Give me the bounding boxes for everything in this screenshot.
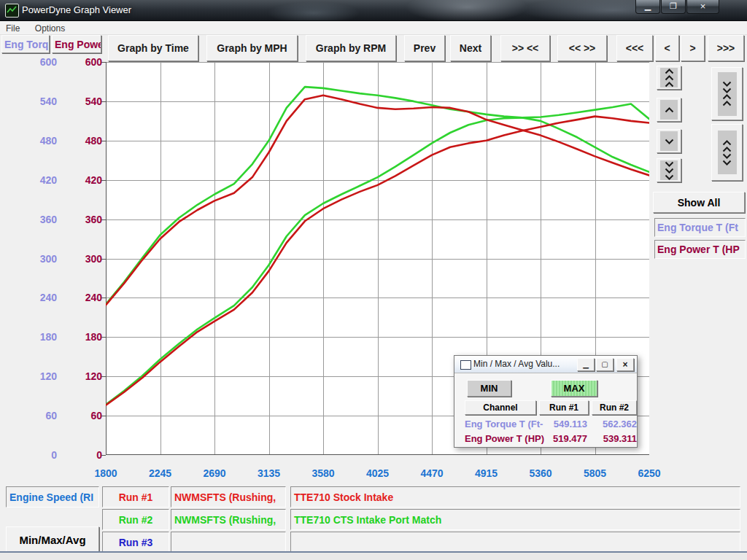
minmax-close-button[interactable]: ×: [616, 358, 634, 371]
minmax-power-run2-value: 539.311: [590, 433, 637, 444]
x-axis-tick: 6250: [624, 467, 675, 480]
x-axis-tick: 4470: [406, 467, 457, 480]
app-window: PowerDyne Graph Viewer ▁ ❐ × File Option…: [0, 0, 747, 560]
chevron-up-icon: [721, 147, 732, 152]
x-axis-tick: 2690: [189, 467, 240, 480]
minmax-avg-button[interactable]: Min/Max/Avg: [6, 526, 99, 553]
minmax-window-title: Min / Max / Avg Valu...: [473, 359, 560, 369]
x-axis-tick: 5360: [515, 467, 566, 480]
y-axis-power-tick: 60: [64, 409, 102, 422]
y-axis-power-tick: 420: [64, 174, 102, 187]
x-axis-tick: 5805: [570, 467, 621, 480]
y-axis-torque-tick: 540: [22, 95, 57, 108]
minimize-icon: ▁: [583, 360, 589, 368]
y-axis-power-tick: 0: [64, 448, 102, 462]
minmax-power-run1-value: 519.477: [541, 433, 587, 444]
menu-options[interactable]: Options: [29, 23, 71, 34]
y-axis-torque-tick: 600: [22, 55, 57, 69]
run-desc-box-1[interactable]: TTE710 Stock Intake: [290, 486, 740, 508]
y-axis-torque-tick: 480: [22, 134, 57, 147]
close-icon: ×: [622, 359, 627, 370]
minimize-icon: ▁: [645, 1, 651, 10]
x-axis-tick: 4915: [461, 467, 512, 480]
x-channel-box[interactable]: Engine Speed (RI: [6, 486, 99, 508]
menu-bar: File Options: [0, 21, 747, 35]
y-axis-torque-tick: 180: [22, 330, 57, 343]
zoom-in-y-button[interactable]: [711, 67, 743, 120]
graph-by-rpm-button[interactable]: Graph by RPM: [306, 35, 396, 61]
minmax-header-run2[interactable]: Run #2: [592, 400, 637, 415]
legend-eng-power[interactable]: Eng Power T (HP: [654, 240, 746, 259]
zoom-out-x-button[interactable]: << >>: [557, 35, 607, 61]
close-icon: ×: [700, 1, 706, 12]
x-axis-tick: 4025: [352, 467, 403, 480]
run-file-box-2[interactable]: NWMSFTS (Rushing,: [171, 509, 286, 530]
minmax-minimize-button[interactable]: ▁: [577, 358, 595, 371]
minimize-button[interactable]: ▁: [635, 0, 660, 14]
app-icon: [5, 4, 19, 18]
menu-file[interactable]: File: [0, 23, 26, 34]
minmax-window-titlebar[interactable]: Min / Max / Avg Valu... ▁ ▢ ×: [454, 356, 637, 373]
graph-by-mph-button[interactable]: Graph by MPH: [206, 35, 298, 61]
chevron-up-icon: [660, 100, 678, 120]
chevron-down-icon: [664, 174, 675, 180]
chevron-down-icon: [660, 131, 678, 151]
y-axis-torque-tick: 120: [22, 370, 57, 383]
y-axis-power-tick: 120: [64, 370, 102, 383]
window-title: PowerDyne Graph Viewer: [22, 4, 131, 15]
minmax-window: Min / Max / Avg Valu... ▁ ▢ × MIN MAX Ch…: [454, 355, 638, 448]
chevron-up-icon: [664, 69, 675, 74]
chevron-down-icon: [664, 139, 675, 144]
run-desc-box-2[interactable]: TTE710 CTS Intake Port Match: [290, 509, 740, 530]
run-file-box-1[interactable]: NWMSFTS (Rushing,: [171, 486, 286, 508]
minmax-window-icon: [460, 360, 471, 370]
chevron-up-icon: [721, 140, 732, 146]
next-button[interactable]: Next: [450, 35, 491, 61]
show-all-button[interactable]: Show All: [653, 192, 745, 213]
y-axis-torque-tick: 300: [22, 252, 57, 265]
chevron-down-icon: [721, 153, 732, 159]
y-axis-torque-tick: 360: [22, 213, 57, 226]
chevron-down-icon: [664, 161, 675, 167]
y-axis-torque-tick: 0: [22, 448, 57, 462]
x-axis-tick: 3135: [244, 467, 295, 480]
pan-up-button[interactable]: [657, 98, 681, 122]
run-label-box-1[interactable]: Run #1: [102, 486, 169, 508]
minmax-header-run1[interactable]: Run #1: [539, 400, 589, 415]
x-axis-tick: 3580: [298, 467, 349, 480]
max-button[interactable]: MAX: [551, 380, 597, 397]
pan-up-fast-button[interactable]: [657, 66, 681, 90]
restore-button[interactable]: ❐: [661, 0, 686, 14]
restore-icon: ❐: [670, 1, 677, 10]
chevron-down-icon: [721, 160, 732, 166]
run-label-box-3[interactable]: Run #3: [102, 532, 169, 553]
x-axis-tick: 2245: [135, 467, 186, 480]
channel-button-power[interactable]: Eng Powe: [52, 35, 101, 53]
pan-right-button[interactable]: >: [681, 35, 705, 61]
run-desc-box-3[interactable]: [290, 532, 740, 553]
minmax-maximize-button[interactable]: ▢: [596, 358, 614, 371]
pan-far-left-button[interactable]: <<<: [616, 35, 653, 61]
title-bar[interactable]: PowerDyne Graph Viewer ▁ ❐ ×: [0, 0, 747, 21]
min-button[interactable]: MIN: [467, 380, 511, 397]
y-axis-power-tick: 600: [64, 55, 102, 69]
prev-button[interactable]: Prev: [404, 35, 445, 61]
y-axis-power-tick: 480: [64, 134, 102, 147]
zoom-out-y-button[interactable]: [711, 124, 743, 181]
zoom-in-x-button[interactable]: >> <<: [500, 35, 550, 61]
pan-left-button[interactable]: <: [655, 35, 679, 61]
run-file-box-3[interactable]: [171, 532, 286, 553]
y-axis-torque-tick: 420: [22, 174, 57, 187]
chevron-down-icon: [721, 88, 732, 93]
pan-far-right-button[interactable]: >>>: [708, 35, 744, 61]
run-label-box-2[interactable]: Run #2: [102, 509, 169, 530]
pan-down-fast-button[interactable]: [657, 158, 681, 182]
legend-eng-torque[interactable]: Eng Torque T (Ft: [654, 218, 746, 237]
channel-button-torque[interactable]: Eng Torq: [1, 35, 50, 53]
minmax-header-channel[interactable]: Channel: [465, 400, 536, 415]
chevrons-expand-vertical-icon: [718, 131, 737, 174]
chevron-up-icon: [664, 107, 675, 113]
graph-by-time-button[interactable]: Graph by Time: [108, 35, 198, 61]
pan-down-button[interactable]: [657, 129, 681, 153]
close-button[interactable]: ×: [686, 0, 719, 14]
